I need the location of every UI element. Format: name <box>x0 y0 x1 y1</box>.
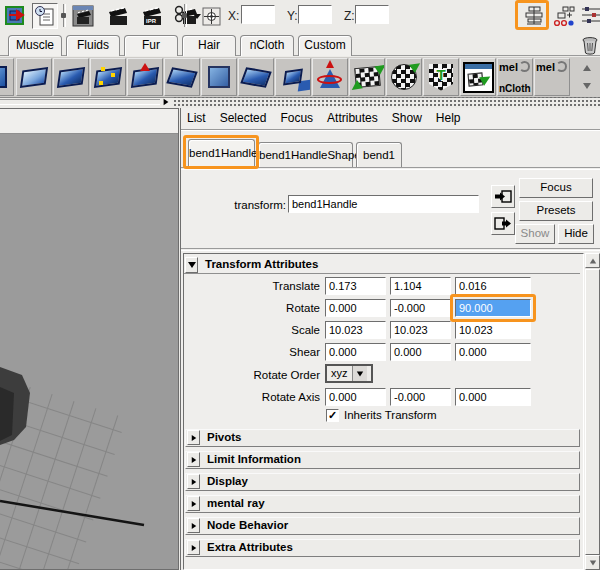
menu-attributes[interactable]: Attributes <box>327 111 378 127</box>
status-line-toolbar: IPR X: Y: Z: <box>0 0 600 32</box>
shelf-item-transfer-flag[interactable] <box>349 58 385 96</box>
x-coord-input[interactable] <box>241 5 275 24</box>
scale-z-input[interactable]: 10.023 <box>455 321 531 339</box>
dropdown-arrow-button[interactable] <box>352 366 367 381</box>
shelf-item-transfer-ball[interactable] <box>386 58 422 96</box>
z-coord-input[interactable] <box>355 5 389 24</box>
translate-y-input[interactable]: 1.104 <box>390 277 451 295</box>
shelf-item-poly-subdivide[interactable] <box>90 58 126 96</box>
down-arrow-icon <box>188 262 196 268</box>
construction-history-button[interactable] <box>32 3 58 29</box>
inherits-transform-checkbox[interactable]: ✓ <box>326 409 339 422</box>
expand-node-behavior-button[interactable] <box>187 518 200 533</box>
attribute-editor-toggle-button[interactable] <box>521 3 547 29</box>
collapse-transform-attributes-button[interactable] <box>185 257 198 273</box>
shelf-item-window-flag[interactable] <box>460 58 496 96</box>
expand-mental-ray-button[interactable] <box>187 496 200 511</box>
focus-button[interactable]: Focus <box>519 178 593 198</box>
shelf-tab-fur[interactable]: Fur <box>124 35 178 56</box>
scale-label: Scale <box>184 321 320 339</box>
viewport-panel[interactable] <box>0 108 179 570</box>
shelf-item-poly-split[interactable] <box>127 58 163 96</box>
expand-pivots-button[interactable] <box>187 430 200 445</box>
down-arrow-icon <box>356 371 362 376</box>
rotate-x-input[interactable]: 0.000 <box>325 299 386 317</box>
shelf-tab-ncloth[interactable]: nCloth <box>240 35 294 56</box>
rotate-axis-y-input[interactable]: -0.000 <box>390 388 451 406</box>
rotate-axis-z-input[interactable]: 0.000 <box>455 388 531 406</box>
attributes-scrollbar[interactable] <box>585 253 600 570</box>
shelf-tab-custom[interactable]: Custom <box>298 35 352 56</box>
section-bar-display[interactable]: Display <box>185 473 580 491</box>
render-current-frame-button[interactable] <box>105 3 131 29</box>
tab-bend1handle[interactable]: bend1Handle <box>188 139 255 167</box>
shelf-tab-fluids[interactable]: Fluids <box>66 35 120 56</box>
hide-button[interactable]: Hide <box>558 224 594 244</box>
trash-button[interactable] <box>577 32 600 58</box>
shelf-item-poly-glass-cube[interactable] <box>201 58 237 96</box>
collapsed-pane-grip[interactable] <box>172 97 600 106</box>
shear-z-input[interactable]: 0.000 <box>455 343 531 361</box>
shelf-item-poly-wedge[interactable] <box>238 58 274 96</box>
menu-selected[interactable]: Selected <box>220 111 267 127</box>
render-view-button[interactable] <box>71 3 97 29</box>
tool-settings-toggle-button[interactable] <box>578 3 600 29</box>
shelf-item-poly-mirror[interactable] <box>164 58 200 96</box>
expand-limit-information-button[interactable] <box>187 452 200 467</box>
shelf-scroll-down-button[interactable] <box>578 77 595 94</box>
translate-x-input[interactable]: 0.173 <box>325 277 386 295</box>
shelf-tab-hair[interactable]: Hair <box>182 35 236 56</box>
tab-bend1handleshape[interactable]: bend1HandleShape <box>258 142 353 167</box>
ipr-render-button[interactable]: IPR <box>139 3 165 29</box>
toolbar-separator <box>63 4 66 27</box>
pane-divider[interactable] <box>0 99 160 105</box>
shelf-item-mel-ncloth[interactable]: mel nCloth <box>497 58 533 96</box>
shear-y-input[interactable]: 0.000 <box>390 343 451 361</box>
shelf-item-poly-slabs-dark[interactable] <box>53 58 89 96</box>
load-attributes-button[interactable] <box>491 185 515 208</box>
shelf-item-poly-two-quads[interactable] <box>275 58 311 96</box>
show-button[interactable]: Show <box>515 224 555 244</box>
shelf-item-poly-cube[interactable] <box>0 58 14 96</box>
rotate-z-input[interactable]: 90.000 <box>455 299 531 317</box>
copy-tab-button[interactable] <box>491 212 515 235</box>
shear-x-input[interactable]: 0.000 <box>325 343 386 361</box>
poly-wedge-icon <box>240 67 272 88</box>
section-bar-extra-attributes[interactable]: Extra Attributes <box>185 539 580 557</box>
scroll-down-button[interactable] <box>585 555 600 570</box>
rotate-order-dropdown[interactable]: xyz <box>325 364 373 383</box>
expand-display-button[interactable] <box>187 474 200 489</box>
divider-expand-arrow[interactable] <box>163 98 169 106</box>
shelf-item-mel[interactable]: mel <box>534 58 570 96</box>
channel-box-toggle-button[interactable] <box>551 3 577 29</box>
section-bar-pivots[interactable]: Pivots <box>185 429 580 447</box>
translate-z-input[interactable]: 0.016 <box>455 277 531 295</box>
shelf-item-rotate-cone[interactable] <box>312 58 348 96</box>
viewport-canvas[interactable] <box>0 135 177 569</box>
y-coord-input[interactable] <box>298 5 332 24</box>
rotate-axis-x-input[interactable]: 0.000 <box>325 388 386 406</box>
scale-y-input[interactable]: 10.023 <box>390 321 451 339</box>
presets-button[interactable]: Presets <box>519 201 593 221</box>
right-arrow-icon <box>191 545 196 551</box>
shelf-tab-muscle[interactable]: Muscle <box>8 35 62 56</box>
shelf-item-poly-slab[interactable] <box>16 58 52 96</box>
coordinate-mode-button[interactable] <box>190 3 224 29</box>
shelf-item-transfer-shield[interactable]: T <box>423 58 459 96</box>
transform-name-input[interactable]: bend1Handle <box>288 195 479 213</box>
section-bar-node-behavior[interactable]: Node Behavior <box>185 517 580 535</box>
frame-arrow-button[interactable] <box>3 3 29 29</box>
menu-focus[interactable]: Focus <box>280 111 313 127</box>
tab-bend1[interactable]: bend1 <box>356 142 402 167</box>
menu-help[interactable]: Help <box>436 111 461 127</box>
rotate-y-input[interactable]: -0.000 <box>390 299 451 317</box>
section-bar-mental-ray[interactable]: mental ray <box>185 495 580 513</box>
expand-extra-attributes-button[interactable] <box>187 540 200 555</box>
scrollbar-thumb[interactable] <box>585 269 600 555</box>
section-bar-limit-information[interactable]: Limit Information <box>185 451 580 469</box>
menu-show[interactable]: Show <box>392 111 422 127</box>
shelf-scroll-up-button[interactable] <box>578 59 595 76</box>
scroll-up-button[interactable] <box>585 253 600 268</box>
scale-x-input[interactable]: 10.023 <box>325 321 386 339</box>
menu-list[interactable]: List <box>187 111 206 127</box>
